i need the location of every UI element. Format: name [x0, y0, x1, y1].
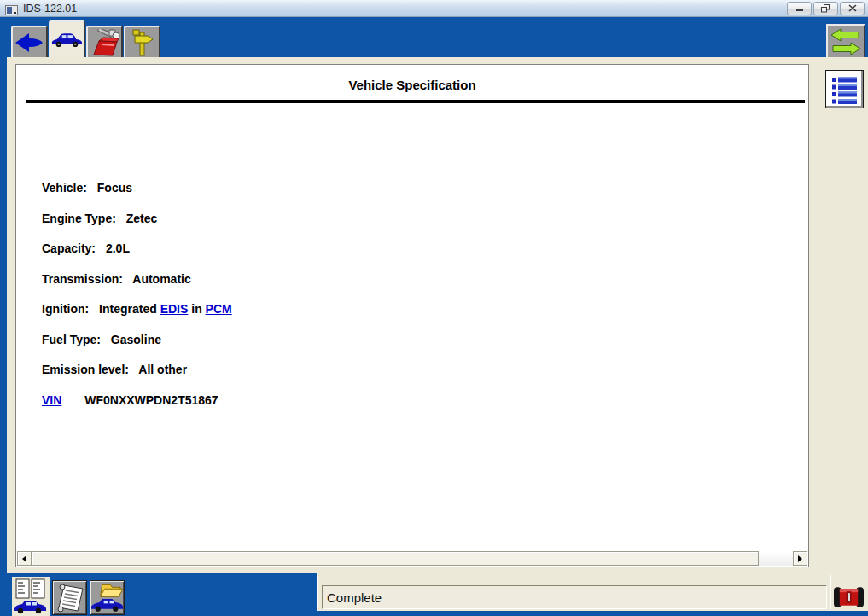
- status-divider: [830, 575, 831, 609]
- page-title: Vehicle Specification: [16, 65, 808, 92]
- spec-row-emission: Emission level: All other: [42, 363, 808, 393]
- pcm-link[interactable]: PCM: [206, 302, 232, 316]
- signpost-icon: [130, 28, 155, 57]
- spec-row-fuel-type: Fuel Type: Gasoline: [42, 333, 808, 363]
- back-arrow-icon: [14, 31, 46, 55]
- scroll-left-icon: [22, 555, 26, 562]
- transfer-button[interactable]: [826, 24, 865, 57]
- scrollbar-track[interactable]: [759, 551, 793, 566]
- spec-value: Integrated: [99, 302, 157, 316]
- title-rule: [26, 100, 805, 103]
- vin-value: WF0NXXWPDN2T51867: [84, 393, 218, 407]
- toolbox-icon: [90, 29, 120, 56]
- minimize-icon: [795, 4, 804, 12]
- spec-row-ignition: Ignition: Integrated EDIS in PCM: [42, 302, 808, 333]
- close-icon: [848, 4, 857, 12]
- horizontal-scrollbar[interactable]: [17, 551, 807, 566]
- titlebar: IDS-122.01: [0, 0, 868, 17]
- book-and-car-icon: [13, 578, 49, 615]
- vcm-device-icon: [834, 586, 864, 608]
- spec-row-capacity: Capacity: 2.0L: [42, 241, 808, 272]
- spec-value: 2.0L: [106, 241, 130, 255]
- workspace: Vehicle Specification Vehicle: Focus Eng…: [0, 57, 868, 573]
- vin-link[interactable]: VIN: [42, 393, 61, 407]
- vcm-status-button[interactable]: [833, 584, 865, 609]
- spec-row-transmission: Transmission: Automatic: [42, 272, 808, 303]
- spec-value: Gasoline: [111, 333, 161, 346]
- spec-label: Fuel Type:: [42, 333, 101, 346]
- scroll-right-icon: [798, 555, 802, 562]
- scroll-left-button[interactable]: [17, 551, 32, 566]
- spec-value: Focus: [97, 181, 132, 195]
- spec-label: Vehicle:: [42, 181, 87, 195]
- spec-value: All other: [138, 363, 187, 376]
- close-button[interactable]: [840, 2, 865, 15]
- car-with-open-folder-icon: [90, 583, 124, 613]
- window-controls: [787, 2, 865, 15]
- spec-value: in: [191, 302, 201, 316]
- paper-scroll-icon: [55, 583, 85, 613]
- transfer-arrows-icon: [830, 27, 862, 56]
- spec-label: Transmission:: [42, 272, 123, 286]
- spec-label: Ignition:: [42, 302, 89, 316]
- restore-icon: [821, 4, 830, 13]
- restore-button[interactable]: [813, 2, 838, 15]
- tab-vehicle-selected[interactable]: [49, 20, 85, 57]
- spec-value: Automatic: [132, 272, 190, 286]
- spec-value: Zetec: [126, 212, 158, 225]
- top-toolbar: [0, 17, 868, 57]
- ids-application-window: IDS-122.01: [0, 0, 868, 616]
- scroll-right-button[interactable]: [793, 551, 807, 566]
- car-icon: [50, 32, 84, 49]
- bottom-bar: Complete: [0, 573, 868, 616]
- app-icon: [5, 3, 18, 14]
- spec-list: Vehicle: Focus Engine Type: Zetec Capaci…: [42, 181, 808, 423]
- bottom-tab-vehicle-spec[interactable]: [12, 577, 50, 616]
- spec-row-engine-type: Engine Type: Zetec: [42, 212, 808, 242]
- vehicle-specification-panel: Vehicle Specification Vehicle: Focus Eng…: [15, 64, 809, 567]
- bottom-tab-open-session[interactable]: [90, 580, 125, 615]
- spec-label: Engine Type:: [42, 212, 116, 225]
- edis-link[interactable]: EDIS: [160, 302, 189, 316]
- status-panel: Complete: [317, 573, 868, 611]
- tab-signpost[interactable]: [124, 26, 160, 57]
- tab-back[interactable]: [11, 26, 48, 57]
- status-message: Complete: [322, 585, 827, 609]
- spec-label: Emission level:: [42, 363, 129, 376]
- tab-toolbox[interactable]: [86, 26, 123, 57]
- content-frame: Vehicle Specification Vehicle: Focus Eng…: [7, 57, 868, 573]
- menu-button[interactable]: [825, 70, 864, 108]
- spec-row-vin: VIN WF0NXXWPDN2T51867: [42, 393, 808, 424]
- minimize-button[interactable]: [787, 2, 812, 15]
- window-title: IDS-122.01: [23, 3, 77, 15]
- list-menu-icon: [831, 75, 859, 104]
- spec-label: Capacity:: [42, 241, 96, 255]
- spec-row-vehicle: Vehicle: Focus: [42, 181, 808, 212]
- bottom-tab-datalogger[interactable]: [52, 580, 87, 615]
- scrollbar-thumb[interactable]: [32, 551, 759, 566]
